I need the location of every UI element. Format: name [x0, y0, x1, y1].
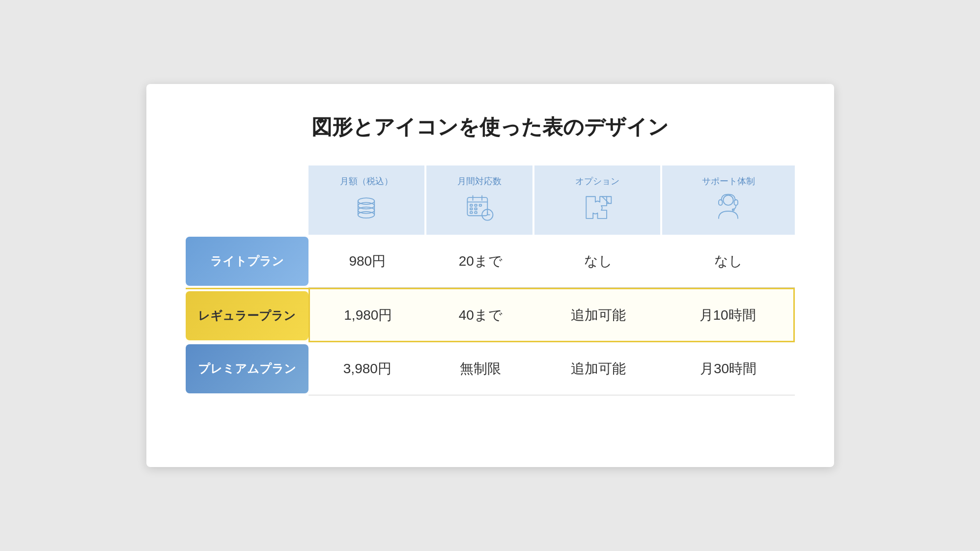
header-support: サポート体制 [662, 165, 795, 235]
premium-support: 月30時間 [662, 342, 795, 395]
headset-icon [712, 192, 744, 226]
svg-point-25 [723, 195, 733, 205]
light-option: なし [534, 235, 662, 288]
pricing-table: 月額（税込） [186, 165, 795, 395]
light-support: なし [662, 235, 795, 288]
plan-cell-premium: プレミアムプラン [186, 342, 308, 395]
plan-label-light: ライトプラン [186, 237, 308, 286]
slide-title: 図形とアイコンを使った表のデザイン [186, 113, 795, 141]
row-regular: レギュラープラン1,980円40まで追加可能月10時間 [186, 288, 795, 342]
header-count: 月間対応数 [426, 165, 534, 235]
row-light: ライトプラン980円20までなしなし [186, 235, 795, 288]
header-count-label: 月間対応数 [457, 175, 502, 187]
slide-container: 図形とアイコンを使った表のデザイン 月額（税込） [146, 84, 834, 467]
header-option-label: オプション [575, 175, 619, 187]
header-empty [186, 165, 308, 235]
regular-support: 月10時間 [662, 288, 795, 342]
regular-option: 追加可能 [534, 288, 662, 342]
header-support-label: サポート体制 [702, 175, 755, 187]
table-wrapper: 月額（税込） [186, 165, 795, 395]
plan-cell-regular: レギュラープラン [186, 288, 308, 342]
calendar-icon [464, 192, 496, 226]
puzzle-icon [582, 192, 614, 226]
premium-price: 3,980円 [308, 342, 427, 395]
svg-rect-14 [470, 204, 473, 206]
svg-rect-17 [470, 208, 473, 210]
table-header-row: 月額（税込） [186, 165, 795, 235]
premium-count: 無制限 [426, 342, 534, 395]
svg-rect-18 [475, 208, 477, 210]
light-count: 20まで [426, 235, 534, 288]
svg-rect-20 [475, 212, 477, 214]
svg-rect-15 [475, 204, 477, 206]
regular-count: 40まで [426, 288, 534, 342]
svg-rect-16 [479, 204, 481, 206]
svg-point-28 [732, 209, 734, 211]
svg-point-9 [358, 212, 374, 218]
regular-price: 1,980円 [308, 288, 427, 342]
light-price: 980円 [308, 235, 427, 288]
svg-line-24 [602, 196, 609, 203]
header-price: 月額（税込） [308, 165, 427, 235]
header-price-label: 月額（税込） [340, 175, 393, 187]
row-premium: プレミアムプラン3,980円無制限追加可能月30時間 [186, 342, 795, 395]
svg-rect-27 [734, 200, 738, 205]
plan-cell-light: ライトプラン [186, 235, 308, 288]
coin-icon [350, 192, 382, 226]
header-option: オプション [534, 165, 662, 235]
svg-rect-19 [470, 212, 473, 214]
plan-label-premium: プレミアムプラン [186, 344, 308, 393]
table-body: ライトプラン980円20までなしなしレギュラープラン1,980円40まで追加可能… [186, 235, 795, 395]
svg-rect-26 [719, 200, 722, 205]
plan-label-regular: レギュラープラン [186, 291, 308, 340]
premium-option: 追加可能 [534, 342, 662, 395]
